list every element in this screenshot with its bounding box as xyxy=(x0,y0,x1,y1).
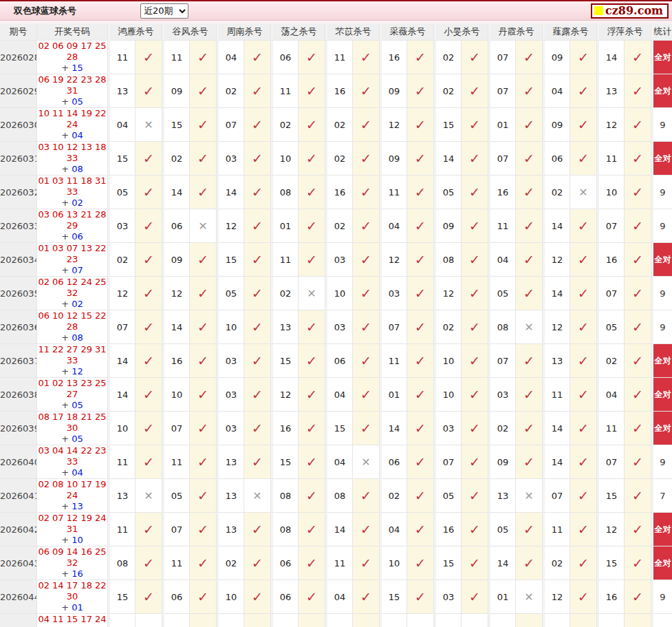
result-mark-cell: ✕ xyxy=(353,445,380,479)
period-range-select[interactable]: 近20期 xyxy=(140,3,188,19)
kill-number-cell: 10 xyxy=(217,310,244,344)
table-row: 202604202 07 12 19 24 31+ 1011✓07✓13✓08✓… xyxy=(0,513,672,546)
check-icon: ✓ xyxy=(360,387,371,402)
result-mark-cell: ✕ xyxy=(462,614,488,627)
kill-number-cell: 05 xyxy=(488,277,516,310)
result-mark-cell: ✓ xyxy=(353,546,380,580)
result-mark-cell: ✓ xyxy=(516,74,543,108)
kill-number-cell: 04 xyxy=(325,580,353,614)
result-mark-cell: ✓ xyxy=(353,277,380,310)
result-mark-cell: ✓ xyxy=(244,176,271,209)
stat-count-cell: 9 xyxy=(651,310,672,344)
check-icon: ✓ xyxy=(306,421,317,436)
check-icon: ✓ xyxy=(469,353,480,368)
kill-number-cell: 05 xyxy=(162,479,190,513)
check-icon: ✓ xyxy=(578,218,589,233)
check-icon: ✓ xyxy=(469,454,480,469)
kill-number-cell: 07 xyxy=(543,479,570,513)
result-mark-cell: ✓ xyxy=(190,445,217,479)
logo-link[interactable]: cz89.com xyxy=(591,3,669,19)
result-mark-cell: ✓ xyxy=(299,513,325,546)
period-cell: 2026034 xyxy=(0,243,37,277)
result-mark-cell: ✓ xyxy=(190,546,217,580)
result-mark-cell: ✓ xyxy=(570,310,597,344)
kill-number-cell: 04 xyxy=(325,378,353,412)
kill-number-cell: 03 xyxy=(434,580,462,614)
table-row: 202603908 17 18 21 25 30+ 0510✓07✓03✓16✓… xyxy=(0,412,672,445)
red-balls: 02 07 12 19 24 31 xyxy=(38,513,106,534)
kill-number-cell: 12 xyxy=(217,209,244,243)
check-icon: ✓ xyxy=(143,522,154,537)
result-mark-cell: ✓ xyxy=(407,344,434,378)
kill-number-cell: 13 xyxy=(271,310,299,344)
kill-number-cell: 15 xyxy=(597,479,625,513)
check-icon: ✓ xyxy=(469,151,480,166)
check-icon: ✓ xyxy=(632,454,643,469)
result-mark-cell: ✓ xyxy=(462,310,488,344)
kill-number-cell: 10 xyxy=(162,378,190,412)
result-mark-cell: ✕ xyxy=(516,479,543,513)
kill-number-cell: 06 xyxy=(325,344,353,378)
result-mark-cell: ✕ xyxy=(190,209,217,243)
result-mark-cell: ✓ xyxy=(570,580,597,614)
check-icon: ✓ xyxy=(143,218,154,233)
full-correct-badge: 全对 xyxy=(651,378,672,412)
check-icon: ✓ xyxy=(632,522,643,537)
result-mark-cell: ✓ xyxy=(625,108,651,142)
check-icon: ✓ xyxy=(197,117,208,132)
expert-header: 谷风杀号 xyxy=(162,23,217,41)
result-mark-cell: ✓ xyxy=(299,412,325,445)
full-correct-badge: 全对 xyxy=(651,142,672,176)
logo-yellow-square-icon xyxy=(594,6,603,15)
result-mark-cell: ✕ xyxy=(516,580,543,614)
check-icon: ✓ xyxy=(632,319,643,334)
kill-number-cell: 13 xyxy=(217,479,244,513)
header-row: 期号开奖号码鸿雁杀号谷风杀号周南杀号荡之杀号芣苡杀号采薇杀号小旻杀号丹霞杀号薤露… xyxy=(0,23,672,41)
check-icon: ✓ xyxy=(469,184,480,200)
kill-number-cell: 05 xyxy=(434,176,462,209)
check-icon: ✓ xyxy=(415,252,426,267)
check-icon: ✓ xyxy=(252,83,263,98)
result-mark-cell: ✓ xyxy=(299,580,325,614)
kill-number-cell: 15 xyxy=(108,142,136,176)
result-mark-cell: ✓ xyxy=(516,243,543,277)
result-mark-cell: ✓ xyxy=(136,344,162,378)
kill-number-cell: 16 xyxy=(325,74,353,108)
check-icon: ✓ xyxy=(360,151,371,166)
kill-number-cell: 02 xyxy=(325,142,353,176)
kill-number-cell: 16 xyxy=(434,513,462,546)
red-balls: 02 06 12 24 25 32 xyxy=(38,277,106,298)
kill-number-cell: 07 xyxy=(488,344,516,378)
result-mark-cell: ✓ xyxy=(570,614,597,627)
result-mark-cell: ✓ xyxy=(570,243,597,277)
check-icon: ✓ xyxy=(252,623,263,627)
result-mark-cell: ✓ xyxy=(625,580,651,614)
kill-number-cell: 12 xyxy=(543,243,570,277)
kill-number-cell: 14 xyxy=(162,310,190,344)
kill-number-cell: 07 xyxy=(380,310,407,344)
period-header: 期号 xyxy=(0,23,37,41)
period-cell: 2026033 xyxy=(0,209,37,243)
check-icon: ✓ xyxy=(578,252,589,267)
kill-number-cell: 10 xyxy=(325,277,353,310)
period-cell: 2026045 xyxy=(0,614,37,627)
result-mark-cell: ✓ xyxy=(516,546,543,580)
blue-ball: 10 xyxy=(72,535,83,545)
kill-number-cell: 08 xyxy=(434,243,462,277)
red-balls: 06 09 14 16 25 32 xyxy=(38,546,106,568)
result-mark-cell: ✓ xyxy=(190,479,217,513)
result-mark-cell: ✓ xyxy=(462,74,488,108)
check-icon: ✓ xyxy=(360,421,371,436)
result-mark-cell: ✓ xyxy=(353,74,380,108)
result-mark-cell: ✓ xyxy=(299,378,325,412)
kill-number-cell: 01 xyxy=(380,378,407,412)
period-cell: 2026029 xyxy=(0,74,37,108)
red-balls: 03 06 13 21 28 29 xyxy=(38,209,106,231)
logo-text: cz89.com xyxy=(605,6,663,17)
kill-number-cell: 04 xyxy=(217,41,244,74)
result-mark-cell: ✓ xyxy=(516,142,543,176)
result-mark-cell: ✓ xyxy=(462,445,488,479)
result-mark-cell: ✓ xyxy=(136,142,162,176)
stat-header: 统计 xyxy=(651,23,672,41)
kill-number-cell: 07 xyxy=(434,445,462,479)
